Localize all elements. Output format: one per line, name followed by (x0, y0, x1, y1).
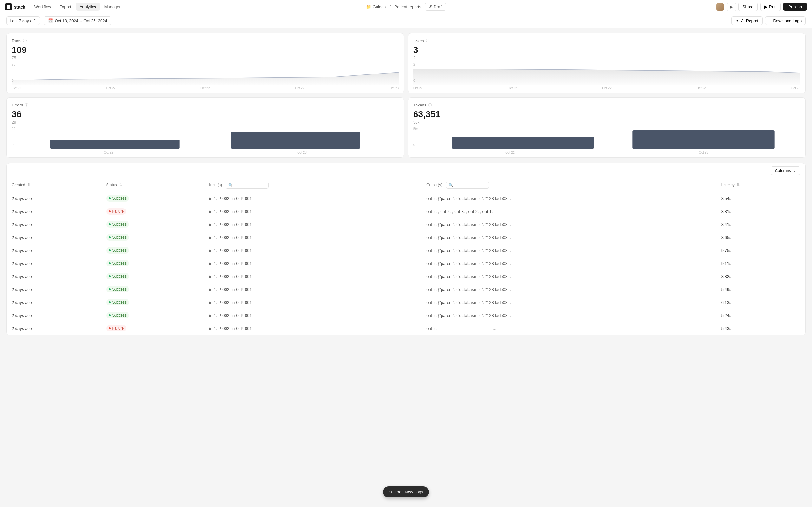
play-icon-button[interactable]: ▶ (727, 3, 736, 11)
cell-created: 2 days ago (7, 270, 101, 283)
cell-latency: 9.11s (716, 257, 805, 270)
app-logo[interactable]: stack (5, 3, 26, 10)
tokens-y-max: 50k (413, 127, 418, 130)
cell-latency: 5.24s (716, 309, 805, 322)
logo-icon (5, 3, 12, 10)
table-row[interactable]: 2 days ago Failure in-1: P-002, in-0: P-… (7, 322, 805, 335)
cell-created: 2 days ago (7, 309, 101, 322)
tab-workflow[interactable]: Workflow (31, 3, 55, 11)
cell-inputs: in-1: P-002, in-0: P-001 (204, 296, 421, 309)
share-button[interactable]: Share (739, 3, 758, 11)
status-dot (109, 275, 111, 277)
table-row[interactable]: 2 days ago Failure in-1: P-002, in-0: P-… (7, 205, 805, 218)
table-body: 2 days ago Success in-1: P-002, in-0: P-… (7, 192, 805, 335)
metrics-grid: Runs ⓘ 109 75 Oct 22Oct 22Oct (6, 33, 806, 158)
run-button[interactable]: ▶ Run (760, 3, 781, 11)
status-dot (109, 262, 111, 264)
table-row[interactable]: 2 days ago Success in-1: P-002, in-0: P-… (7, 244, 805, 257)
cell-status: Success (101, 257, 204, 270)
runs-info-icon: ⓘ (23, 38, 27, 43)
users-info-icon: ⓘ (426, 38, 429, 43)
date-start: Oct 18, 2024 (55, 18, 78, 23)
cell-status: Success (101, 192, 204, 205)
col-outputs[interactable]: Output(s) 🔍 (421, 178, 716, 192)
cell-inputs: in-1: P-002, in-0: P-001 (204, 322, 421, 335)
status-badge: Success (106, 273, 129, 279)
latency-sort-icon: ⇅ (737, 183, 740, 187)
tokens-card: Tokens ⓘ 63,351 50k Oct 22Oct 23 50k 0 (408, 97, 806, 158)
tokens-info-icon: ⓘ (428, 103, 432, 107)
col-created[interactable]: Created ⇅ (7, 178, 101, 192)
status-badge: Success (106, 195, 129, 202)
cell-inputs: in-1: P-002, in-0: P-001 (204, 231, 421, 244)
outputs-search-input[interactable] (455, 183, 486, 187)
cell-created: 2 days ago (7, 231, 101, 244)
users-card: Users ⓘ 3 2 Oct 22Oct 22Oct 2 (408, 33, 806, 94)
inputs-label: Input(s) (209, 183, 222, 187)
cell-created: 2 days ago (7, 205, 101, 218)
cell-status: Success (101, 218, 204, 231)
cell-latency: 5.49s (716, 283, 805, 296)
cell-latency: 9.75s (716, 244, 805, 257)
status-badge: Success (106, 286, 129, 292)
search-icon: 🔍 (229, 183, 233, 187)
cell-inputs: in-1: P-002, in-0: P-001 (204, 283, 421, 296)
load-new-logs-button[interactable]: ↻ Load New Logs (383, 487, 429, 498)
patient-reports-link[interactable]: Patient reports (395, 4, 421, 9)
tab-manager[interactable]: Manager (101, 3, 124, 11)
inputs-search-input[interactable] (234, 183, 266, 187)
table-row[interactable]: 2 days ago Success in-1: P-002, in-0: P-… (7, 309, 805, 322)
cell-status: Success (101, 231, 204, 244)
chevron-down-icon: ⌃ (33, 18, 37, 23)
table-row[interactable]: 2 days ago Success in-1: P-002, in-0: P-… (7, 270, 805, 283)
table-row[interactable]: 2 days ago Success in-1: P-002, in-0: P-… (7, 218, 805, 231)
runs-y-min: 0 (12, 79, 14, 82)
runs-value: 109 (12, 45, 399, 55)
breadcrumb-slash: / (390, 4, 391, 9)
errors-info-icon: ⓘ (25, 103, 28, 107)
run-label: Run (769, 4, 777, 9)
draft-button[interactable]: ↺ Draft (425, 3, 446, 11)
top-navigation: stack Workflow Export Analytics Manager … (0, 0, 812, 14)
ai-report-label: AI Report (741, 18, 758, 23)
users-value: 3 (413, 45, 800, 55)
columns-button[interactable]: Columns ⌄ (771, 166, 800, 175)
status-dot (109, 288, 111, 290)
table-row[interactable]: 2 days ago Success in-1: P-002, in-0: P-… (7, 231, 805, 244)
date-range-selector[interactable]: Last 7 days ⌃ (6, 16, 40, 25)
cell-created: 2 days ago (7, 296, 101, 309)
created-sort-icon: ⇅ (27, 183, 31, 187)
table-row[interactable]: 2 days ago Success in-1: P-002, in-0: P-… (7, 257, 805, 270)
status-badge: Success (106, 247, 129, 253)
table-row[interactable]: 2 days ago Success in-1: P-002, in-0: P-… (7, 192, 805, 205)
status-dot (109, 314, 111, 316)
ai-report-button[interactable]: ✦ AI Report (731, 16, 763, 25)
publish-button[interactable]: Publish (783, 3, 807, 11)
col-latency[interactable]: Latency ⇅ (716, 178, 805, 192)
avatar[interactable] (716, 3, 724, 11)
errors-sub: 29 (12, 120, 399, 124)
status-badge: Success (106, 234, 129, 240)
cell-status: Success (101, 309, 204, 322)
logs-table-section: Columns ⌄ Created ⇅ Status ⇅ (6, 163, 806, 335)
status-badge: Success (106, 312, 129, 319)
errors-label: Errors (12, 103, 23, 107)
cell-created: 2 days ago (7, 322, 101, 335)
ai-icon: ✦ (735, 18, 739, 23)
tab-analytics[interactable]: Analytics (76, 3, 100, 11)
table-toolbar: Columns ⌄ (7, 163, 805, 178)
cell-created: 2 days ago (7, 192, 101, 205)
runs-header: Runs ⓘ (12, 38, 399, 43)
cell-latency: 6.13s (716, 296, 805, 309)
col-status[interactable]: Status ⇅ (101, 178, 204, 192)
table-row[interactable]: 2 days ago Success in-1: P-002, in-0: P-… (7, 296, 805, 309)
cell-status: Success (101, 283, 204, 296)
tab-export[interactable]: Export (55, 3, 75, 11)
cell-outputs: out-5: {"parent": {"database_id": "128da… (421, 192, 716, 205)
download-logs-button[interactable]: ↓ Download Logs (765, 16, 806, 25)
guides-link[interactable]: 📁 Guides (366, 4, 386, 9)
load-new-logs-label: Load New Logs (395, 490, 423, 494)
table-row[interactable]: 2 days ago Success in-1: P-002, in-0: P-… (7, 283, 805, 296)
col-inputs[interactable]: Input(s) 🔍 (204, 178, 421, 192)
status-badge: Success (106, 260, 129, 267)
